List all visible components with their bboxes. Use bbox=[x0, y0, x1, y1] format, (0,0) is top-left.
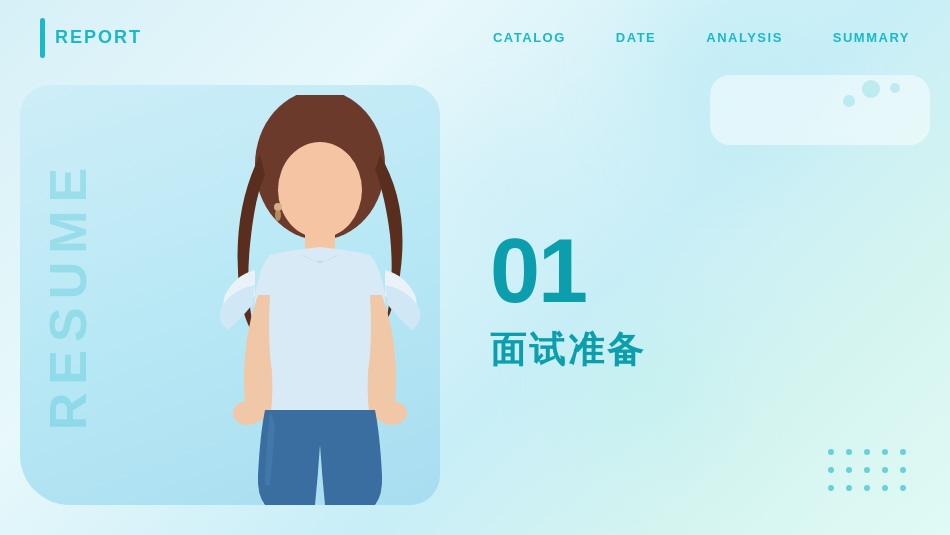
dot-8 bbox=[864, 467, 870, 473]
bubble-3 bbox=[890, 83, 900, 93]
top-right-decoration bbox=[710, 75, 930, 145]
dot-12 bbox=[846, 485, 852, 491]
nav-analysis[interactable]: ANALYSIS bbox=[706, 30, 783, 45]
dot-13 bbox=[864, 485, 870, 491]
dot-3 bbox=[864, 449, 870, 455]
section-number: 01 bbox=[490, 226, 900, 316]
main-content: RESUME bbox=[20, 85, 930, 515]
left-card: RESUME bbox=[20, 85, 440, 505]
dot-7 bbox=[846, 467, 852, 473]
dot-5 bbox=[900, 449, 906, 455]
report-bar-icon bbox=[40, 18, 45, 58]
report-label: REPORT bbox=[55, 27, 142, 48]
svg-point-1 bbox=[278, 142, 362, 238]
dot-4 bbox=[882, 449, 888, 455]
bubble-1 bbox=[862, 80, 880, 98]
nav-catalog[interactable]: CATALOG bbox=[493, 30, 566, 45]
dot-1 bbox=[828, 449, 834, 455]
dot-grid-decoration bbox=[828, 449, 910, 495]
nav-summary[interactable]: SUMMARY bbox=[833, 30, 910, 45]
dot-10 bbox=[900, 467, 906, 473]
dot-11 bbox=[828, 485, 834, 491]
person-figure bbox=[170, 95, 440, 505]
dot-15 bbox=[900, 485, 906, 491]
nav-date[interactable]: DATE bbox=[616, 30, 656, 45]
main-nav: CATALOG DATE ANALYSIS SUMMARY bbox=[493, 30, 910, 45]
right-content: 01 面试准备 bbox=[460, 85, 930, 515]
bubble-2 bbox=[843, 95, 855, 107]
dot-9 bbox=[882, 467, 888, 473]
logo-area: REPORT bbox=[40, 18, 142, 58]
resume-vertical-text: RESUME bbox=[38, 160, 98, 430]
svg-point-3 bbox=[233, 401, 263, 425]
svg-point-6 bbox=[275, 209, 281, 221]
header: REPORT CATALOG DATE ANALYSIS SUMMARY bbox=[0, 0, 950, 75]
dot-2 bbox=[846, 449, 852, 455]
dot-14 bbox=[882, 485, 888, 491]
dot-6 bbox=[828, 467, 834, 473]
section-subtitle: 面试准备 bbox=[490, 326, 900, 375]
svg-point-4 bbox=[377, 401, 407, 425]
